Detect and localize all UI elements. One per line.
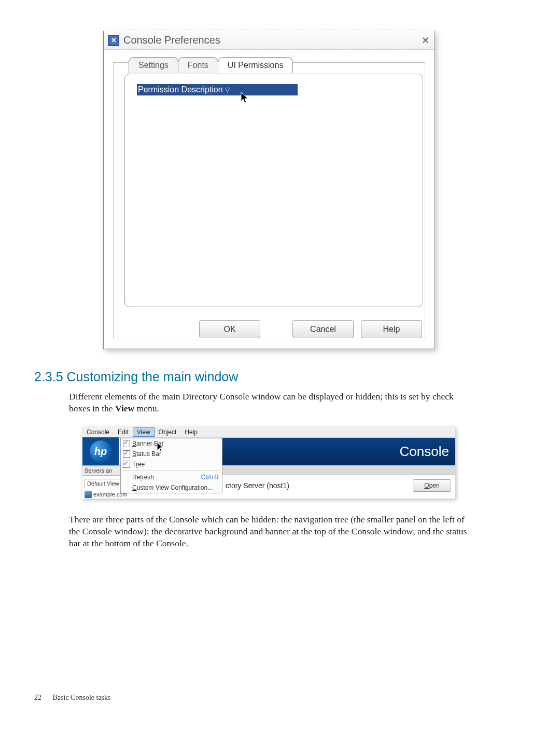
dialog-button-row: OK Cancel Help [104, 320, 435, 338]
column-header-label: Permission Description [138, 85, 223, 94]
column-header-permission-description[interactable]: Permission Description ▽ [137, 84, 298, 95]
menu-item-tree[interactable]: Tree [121, 459, 222, 469]
menu-edit[interactable]: Edit [114, 427, 133, 437]
default-view-tab-area: Default View [82, 476, 119, 488]
help-button[interactable]: Help [361, 320, 422, 338]
open-button[interactable]: Open [413, 479, 451, 492]
tab-ui-permissions[interactable]: UI Permissions [218, 57, 293, 73]
section-heading: 2.3.5 Customizing the main window [34, 369, 238, 384]
database-icon [85, 491, 92, 498]
checkbox-checked-icon [123, 450, 130, 458]
menu-help[interactable]: Help [180, 427, 202, 437]
menu-view[interactable]: View [133, 427, 155, 437]
close-icon[interactable]: ✕ [422, 35, 429, 46]
tab-fonts[interactable]: Fonts [178, 57, 218, 73]
checkbox-checked-icon [123, 461, 130, 468]
app-icon [108, 35, 119, 46]
menu-item-banner-bar[interactable]: Banner Bar [121, 438, 222, 449]
mouse-cursor-icon [241, 92, 250, 104]
banner-lower-strip [221, 465, 455, 475]
menu-console[interactable]: Console [82, 427, 114, 437]
menu-item-custom-view-config[interactable]: Custom View Configuration... [121, 482, 222, 493]
tab-settings[interactable]: Settings [129, 57, 178, 73]
ok-button[interactable]: OK [199, 320, 260, 338]
left-pane: hp Servers an Default View example.com [82, 437, 120, 499]
menu-item-refresh[interactable]: Refresh Ctrl+R [121, 472, 222, 482]
menu-shortcut: Ctrl+R [201, 474, 219, 481]
cancel-button[interactable]: Cancel [292, 320, 354, 338]
para1-post: menu. [134, 403, 159, 413]
body-paragraph-2: There are three parts of the Console whi… [69, 514, 468, 549]
menu-object[interactable]: Object [155, 427, 181, 437]
tab-row: Settings Fonts UI Permissions [129, 57, 292, 73]
view-menu-dropdown: Banner Bar Status Bar Tree Refresh Ctrl+… [120, 438, 222, 493]
hp-logo-icon: hp [90, 440, 111, 462]
tab-default-view[interactable]: Default View [85, 479, 122, 488]
dialog-title: Console Preferences [123, 34, 220, 46]
menu-item-status-bar[interactable]: Status Bar [121, 449, 222, 459]
body-paragraph-1: Different elements of the main Directory… [69, 391, 468, 415]
content-server-label: ctory Server (host1) [226, 481, 289, 490]
dialog-titlebar: Console Preferences ✕ [104, 31, 435, 50]
checkbox-checked-icon [123, 440, 130, 447]
tab-panel [124, 74, 423, 307]
servers-label: Servers an [82, 465, 121, 476]
brand-box: hp [82, 437, 119, 465]
page-number: 22 [34, 694, 41, 701]
console-preferences-dialog: Console Preferences ✕ Settings Fonts UI … [103, 31, 435, 349]
menu-bar: Console Edit View Object Help [82, 426, 455, 438]
page-footer: 22 Basic Console tasks [34, 694, 111, 702]
para1-bold: View [115, 403, 134, 413]
console-banner: Console [221, 438, 455, 465]
content-row: ctory Server (host1) Open [221, 478, 455, 493]
console-view-menu-screenshot: Console Edit View Object Help hp Servers… [82, 426, 455, 499]
footer-title: Basic Console tasks [53, 694, 111, 701]
mouse-cursor-icon [157, 442, 165, 453]
sort-descending-icon: ▽ [225, 86, 230, 93]
menu-separator [122, 471, 220, 471]
